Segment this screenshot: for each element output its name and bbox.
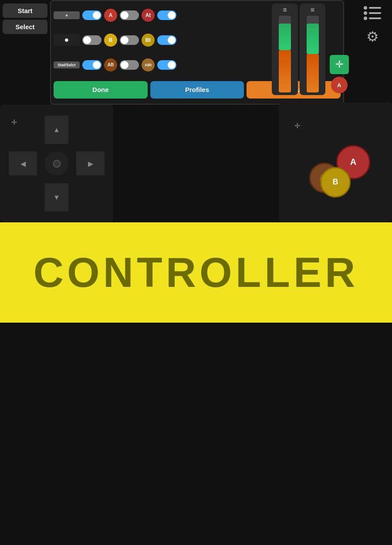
controller-title: CONTROLLER: [34, 249, 359, 296]
cross-green-button[interactable]: ✛: [330, 55, 349, 74]
dot3: [364, 17, 367, 20]
row3-toggle3[interactable]: [157, 60, 176, 70]
a-red-button-top[interactable]: A: [331, 77, 348, 93]
menu-dot-row3: [364, 17, 381, 20]
row1-toggle1[interactable]: [82, 10, 101, 20]
line1: [369, 7, 381, 9]
btn-At-top[interactable]: At: [142, 9, 155, 22]
dpad-area-top: ✛ ▲ ▼ ◀ ▶: [0, 105, 113, 222]
btn-Bt-top[interactable]: Bt: [142, 34, 155, 47]
top-icons: ⚙: [353, 0, 392, 57]
vol2-menu-icon[interactable]: ≡: [311, 6, 314, 14]
select-button-top[interactable]: Select: [3, 20, 47, 34]
dpad-left-top[interactable]: ◀: [9, 152, 37, 176]
vol1-fill-orange: [279, 50, 291, 92]
dpad-center-dot-top: [53, 160, 61, 167]
volume-area-top: ≡ ≡ ✛ A: [270, 0, 353, 105]
vol2-fill-orange: [307, 54, 319, 92]
vol1-fill-green: [279, 24, 291, 51]
row2-label: ●: [54, 34, 80, 46]
gear-button-top[interactable]: ⚙: [362, 28, 383, 45]
top-section: Start Select + A At ● B Bt Stat/Selct AB: [0, 0, 392, 222]
menu-button-top[interactable]: [362, 4, 383, 22]
dpad-center-top: [45, 152, 69, 176]
row3-toggle2[interactable]: [120, 60, 139, 70]
menu-dot-row1: [364, 6, 381, 10]
vol2-track: [307, 16, 319, 92]
dot1: [364, 6, 367, 10]
row2-toggle1[interactable]: [82, 35, 101, 45]
buttons-area-top: ✛ AB A B: [279, 102, 392, 222]
bottom-section: Start Select + A ● B L/R X Stat/Selct: [0, 323, 392, 545]
dpad-right-top[interactable]: ▶: [76, 152, 105, 176]
move-icon-btns-top: ✛: [294, 122, 300, 130]
start-select-top: Start Select: [0, 0, 50, 52]
volume-slider-2: ≡: [300, 3, 326, 95]
done-button-top[interactable]: Done: [54, 81, 148, 99]
cross-a-area: ✛ A: [327, 3, 351, 95]
row2-toggle2[interactable]: [120, 35, 139, 45]
btn-B-cluster-top[interactable]: B: [320, 167, 351, 198]
btn-AB-top[interactable]: AB: [104, 58, 117, 72]
btn-B-top[interactable]: B: [104, 34, 117, 47]
dpad-down-top[interactable]: ▼: [45, 183, 69, 211]
row3-label: Stat/Selct: [54, 61, 80, 68]
row1-toggle2[interactable]: [120, 10, 139, 20]
hamburger-icon-top: [364, 6, 381, 20]
line2: [369, 12, 381, 14]
volume-slider-1: ≡: [272, 3, 298, 95]
menu-dot-row2: [364, 11, 381, 15]
dot2: [364, 11, 367, 15]
gear-icon-top: ⚙: [366, 28, 379, 45]
yellow-section: CONTROLLER: [0, 222, 392, 323]
vol1-track: [279, 16, 291, 92]
profiles-button-top[interactable]: Profiles: [150, 81, 244, 99]
row2-toggle3[interactable]: [157, 35, 176, 45]
line3: [369, 17, 381, 19]
start-button-top[interactable]: Start: [3, 3, 47, 18]
vol2-fill-green: [307, 24, 319, 54]
row1-label: +: [54, 11, 80, 19]
vol1-menu-icon[interactable]: ≡: [283, 6, 287, 14]
dpad-up-top[interactable]: ▲: [45, 116, 69, 144]
dpad-top: ✛ ▲ ▼ ◀ ▶: [9, 116, 105, 211]
move-icon-top: ✛: [11, 118, 17, 126]
btn-ABt-top[interactable]: ABt: [142, 58, 155, 72]
row3-toggle1[interactable]: [82, 60, 101, 70]
row1-toggle3[interactable]: [157, 10, 176, 20]
btn-cluster-top: ✛ AB A B: [292, 119, 379, 206]
btn-A-top[interactable]: A: [104, 9, 117, 22]
